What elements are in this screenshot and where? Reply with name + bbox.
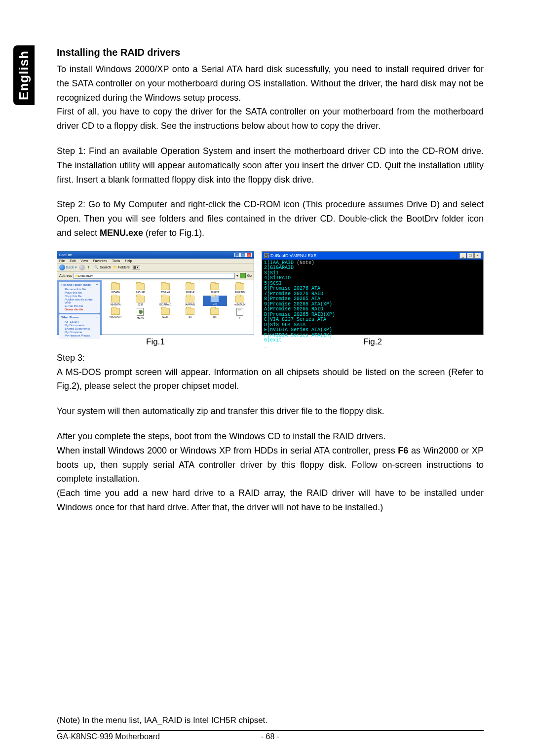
folder-item-265rxp[interactable]: 265RxP: [178, 283, 202, 294]
section-heading: Installing the RAID drivers: [57, 47, 484, 58]
back-icon: [59, 265, 65, 270]
folder-label: 265Raid: [153, 291, 177, 294]
folder-label: nvSATA2K: [228, 303, 252, 306]
menu-view[interactable]: View: [80, 259, 88, 263]
folder-item-nvsata2k[interactable]: nvSATA2K: [228, 296, 252, 306]
folder-item-y[interactable]: ≡≡≡Y: [228, 308, 252, 319]
place-drive[interactable]: K8_ES(D:): [61, 320, 98, 323]
folder-label: SiIR: [203, 315, 227, 318]
menu-help[interactable]: Help: [125, 259, 132, 263]
folder-icon: [235, 283, 244, 290]
task-move[interactable]: Move this file: [61, 291, 98, 294]
folder-content: 265ATA265xAP265Raid265RxP276ATA276RAID96…: [102, 280, 254, 335]
task-publish[interactable]: Publish this file to the Web: [61, 298, 98, 304]
folder-label: 276ATA: [203, 291, 227, 294]
folder-item-iaaraid[interactable]: IAARAID: [178, 296, 202, 306]
folder-label: NF3: [203, 303, 227, 306]
folder-item-265ata[interactable]: 265ATA: [104, 283, 127, 294]
menu-tools[interactable]: Tools: [112, 259, 120, 263]
up-icon[interactable]: ⬆: [87, 265, 90, 269]
text: First of all, you have to copy the drive…: [57, 107, 484, 131]
folder-icon: [137, 308, 144, 316]
folder-item-265raid[interactable]: 265Raid: [153, 283, 177, 294]
paragraph: After you complete the steps, boot from …: [57, 429, 484, 515]
explorer-body: File and Folder Tasks⌃ Rename this file …: [57, 280, 254, 335]
views-button[interactable]: ▦▾: [132, 265, 140, 270]
folder-icon: [136, 296, 145, 302]
dos-body: 1)IAA_RAID (Note) 2)GIGARAID 3)SiI 4)SiI…: [262, 260, 483, 350]
folder-item-276ata[interactable]: 276ATA: [203, 283, 227, 294]
place-network[interactable]: My Network Places: [61, 334, 98, 337]
folder-item-siir[interactable]: SiIR: [203, 308, 227, 319]
folder-icon: [210, 308, 219, 315]
menu-file[interactable]: File: [59, 259, 65, 263]
address-label: Address: [59, 274, 72, 277]
place-mycomp[interactable]: My Computer: [61, 331, 98, 334]
folder-item-8237[interactable]: 8237: [128, 296, 152, 306]
folder-item-menu[interactable]: MENU: [128, 308, 152, 319]
folder-item-nf3[interactable]: NF3: [203, 296, 227, 306]
dos-minimize[interactable]: _: [459, 253, 466, 259]
footer-page-number: - 68 -: [261, 732, 279, 741]
folder-icon: [186, 283, 194, 290]
folder-icon: [111, 283, 120, 290]
places-panel: Other Places⌃ K8_ES(D:) My Documents Sha…: [59, 314, 100, 339]
dos-titlebar: C:\ D:\BootDrv\MENU.EXE _ □ ×: [262, 252, 483, 260]
dos-window: C:\ D:\BootDrv\MENU.EXE _ □ × 1)IAA_RAID…: [262, 251, 484, 335]
folder-item-nvsataxp[interactable]: nvSATAXP: [104, 308, 127, 319]
place-mydocs[interactable]: My Documents: [61, 324, 98, 327]
menubar: File Edit View Favorites Tools Help: [57, 259, 254, 263]
folder-item-scsi[interactable]: SCSI: [153, 308, 177, 319]
text: After you complete the steps, boot from …: [57, 431, 385, 441]
folder-item-276raid[interactable]: 276RAID: [228, 283, 252, 294]
close-button[interactable]: ×: [246, 253, 252, 257]
folder-label: 276RAID: [228, 291, 252, 294]
text: When install Windows 2000 or Windows XP …: [57, 446, 398, 455]
search-button[interactable]: 🔍 Search: [94, 265, 111, 269]
folder-item-964sata[interactable]: 964SATA: [104, 296, 127, 306]
page-content: Installing the RAID drivers To install W…: [0, 0, 533, 545]
figure-2: C:\ D:\BootDrv\MENU.EXE _ □ × 1)IAA_RAID…: [262, 251, 484, 347]
task-rename[interactable]: Rename this file: [61, 288, 98, 291]
folder-item-sii[interactable]: SiI: [178, 308, 202, 319]
footnote: (Note) In the menu list, IAA_RAID is Int…: [57, 716, 267, 725]
figure-caption: Fig.2: [262, 337, 484, 347]
minimize-button[interactable]: _: [234, 253, 240, 257]
text-bold: MENU.exe: [100, 228, 143, 238]
task-email[interactable]: E-mail this file: [61, 304, 98, 307]
folders-button[interactable]: 📁 Folders: [113, 265, 130, 269]
tasks-panel: File and Folder Tasks⌃ Rename this file …: [59, 282, 100, 313]
task-copy[interactable]: Copy this file: [61, 295, 98, 298]
panel-title: Other Places⌃: [61, 316, 98, 319]
task-delete[interactable]: Delete this file: [61, 308, 98, 311]
folder-grid: 265ATA265xAP265Raid265RxP276ATA276RAID96…: [104, 283, 252, 319]
text: (Each time you add a new hard drive to a…: [57, 488, 484, 512]
address-input[interactable]: 📁 D:\BootDrv: [74, 273, 235, 279]
folder-icon: [111, 296, 120, 302]
paragraph: Your system will then automatically zip …: [57, 404, 484, 418]
menu-edit[interactable]: Edit: [70, 259, 76, 263]
footer-product: GA-K8NSC-939 Motherboard: [57, 732, 160, 741]
folder-item-265xap[interactable]: 265xAP: [128, 283, 152, 294]
folder-label: 8237: [128, 303, 152, 306]
panel-title: File and Folder Tasks⌃: [61, 283, 98, 287]
paragraph: Step 2: Go to My Computer and right-clic…: [57, 197, 484, 240]
dos-maximize[interactable]: □: [467, 253, 474, 259]
explorer-window: BootDrv _ □ × File Edit View Favorites T…: [57, 251, 254, 335]
text: A MS-DOS prompt screen will appear. Info…: [57, 367, 484, 391]
folder-item-gigaraid[interactable]: GIGARAID: [153, 296, 177, 306]
place-shared[interactable]: Shared Documents: [61, 327, 98, 330]
go-button[interactable]: [240, 273, 246, 278]
toolbar: Back ▾ ⬆ | 🔍 Search 📁 Folders ▦▾: [57, 263, 254, 272]
text-bold: F6: [398, 446, 408, 455]
folder-icon: [186, 296, 194, 302]
menu-favorites[interactable]: Favorites: [93, 259, 107, 263]
paragraph: To install Windows 2000/XP onto a Serial…: [57, 62, 484, 133]
folder-label: 964SATA: [104, 303, 127, 306]
back-button[interactable]: Back ▾: [59, 265, 77, 270]
dos-close[interactable]: ×: [474, 253, 481, 259]
dos-window-buttons: _ □ ×: [459, 253, 481, 259]
folder-label: GIGARAID: [153, 303, 177, 306]
forward-button[interactable]: [79, 265, 85, 270]
maximize-button[interactable]: □: [240, 253, 246, 257]
